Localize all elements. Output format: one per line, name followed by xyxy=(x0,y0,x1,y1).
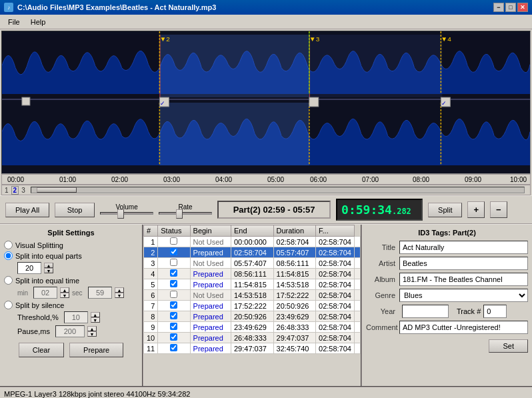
sec-up[interactable]: ▲ xyxy=(115,287,124,293)
time-mark-5: 05:00 xyxy=(267,176,284,183)
scroll-marker-2[interactable]: 2 xyxy=(11,186,19,195)
min-value-input[interactable] xyxy=(33,287,57,299)
table-row[interactable]: 6 Not Used 14:53:518 17:52:222 02:58:704 xyxy=(144,290,361,301)
table-row[interactable]: 1 Not Used 00:00:000 02:58:704 02:58:704 xyxy=(144,237,361,247)
rate-slider-thumb[interactable] xyxy=(176,209,183,219)
scrollbar-thumb[interactable] xyxy=(37,187,77,193)
visual-splitting-radio[interactable] xyxy=(4,241,13,249)
id3-year-input[interactable] xyxy=(402,305,449,318)
cell-checkbox[interactable] xyxy=(158,343,190,354)
id3-comment-input[interactable] xyxy=(399,321,528,334)
row-checkbox[interactable] xyxy=(170,237,177,245)
cell-checkbox[interactable] xyxy=(158,258,190,269)
menu-help[interactable]: Help xyxy=(25,17,51,27)
menu-file[interactable]: File xyxy=(3,17,25,27)
parts-down[interactable]: ▼ xyxy=(44,268,53,273)
table-row[interactable]: 7 Prepared 17:52:222 20:50:926 02:58:704 xyxy=(144,301,361,311)
table-row[interactable]: 11 Prepared 29:47:037 32:45:740 02:58:70… xyxy=(144,343,361,354)
prepare-button[interactable]: Prepare xyxy=(69,343,123,357)
threshold-up[interactable]: ▲ xyxy=(91,312,100,317)
id3-panel-title: ID3 Tags: Part(2) xyxy=(366,229,528,237)
sec-value-input[interactable] xyxy=(88,287,112,299)
time-mark-1: 01:00 xyxy=(59,176,76,183)
minimize-button[interactable]: − xyxy=(493,3,504,12)
cell-checkbox[interactable] xyxy=(158,311,190,322)
row-checkbox[interactable] xyxy=(170,301,177,309)
equal-parts-radio[interactable] xyxy=(4,251,13,260)
rate-slider-track[interactable] xyxy=(159,212,212,215)
id3-set-button[interactable]: Set xyxy=(489,339,528,353)
maximize-button[interactable]: □ xyxy=(505,3,516,12)
col-num: # xyxy=(144,225,158,237)
row-checkbox[interactable] xyxy=(170,291,177,298)
cell-num: 5 xyxy=(144,279,158,290)
cell-checkbox[interactable] xyxy=(158,269,190,279)
min-down[interactable]: ▼ xyxy=(60,293,69,298)
row-checkbox[interactable] xyxy=(170,259,177,266)
cell-num: 4 xyxy=(144,269,158,279)
play-all-button[interactable]: Play All xyxy=(5,203,49,217)
row-checkbox[interactable] xyxy=(170,344,177,351)
id3-title-row: Title xyxy=(366,241,528,254)
table-row[interactable]: 8 Prepared 20:50:926 23:49:629 02:58:704 xyxy=(144,311,361,322)
cell-checkbox[interactable] xyxy=(158,301,190,311)
table-row[interactable]: 9 Prepared 23:49:629 26:48:333 02:58:704 xyxy=(144,322,361,333)
stop-button[interactable]: Stop xyxy=(55,203,95,217)
plus-button[interactable]: + xyxy=(467,201,485,218)
row-checkbox[interactable] xyxy=(170,269,177,277)
cell-checkbox[interactable] xyxy=(158,279,190,290)
cell-duration: 02:58:704 xyxy=(316,322,355,333)
time-mark-3: 03:00 xyxy=(163,176,180,183)
parts-up[interactable]: ▲ xyxy=(44,263,53,268)
cell-flag xyxy=(355,237,361,247)
threshold-down[interactable]: ▼ xyxy=(91,317,100,323)
equal-parts-value[interactable]: 20 xyxy=(17,262,41,274)
cell-end: 14:53:518 xyxy=(273,279,316,290)
svg-text:✓: ✓ xyxy=(160,100,165,107)
threshold-input[interactable] xyxy=(64,311,88,323)
table-row[interactable]: 5 Prepared 11:54:815 14:53:518 02:58:704 xyxy=(144,279,361,290)
table-scroll-container[interactable]: # Status Begin End Duration F... 1 Not U… xyxy=(143,225,361,386)
row-checkbox[interactable] xyxy=(170,248,177,255)
cell-num: 2 xyxy=(144,247,158,258)
id3-track-input[interactable] xyxy=(483,305,507,318)
id3-album-input[interactable] xyxy=(399,273,528,286)
cell-checkbox[interactable] xyxy=(158,237,190,247)
cell-num: 10 xyxy=(144,333,158,343)
table-row[interactable]: 4 Prepared 08:56:111 11:54:815 02:58:704 xyxy=(144,269,361,279)
row-checkbox[interactable] xyxy=(170,333,177,341)
cell-checkbox[interactable] xyxy=(158,247,190,258)
cell-checkbox[interactable] xyxy=(158,322,190,333)
time-mark-0: 00:00 xyxy=(7,176,24,183)
table-row[interactable]: 3 Not Used 05:57:407 08:56:111 02:58:704 xyxy=(144,258,361,269)
row-checkbox[interactable] xyxy=(170,312,177,319)
table-row[interactable]: 2 Prepared 02:58:704 05:57:407 02:58:704 xyxy=(144,247,361,258)
split-button[interactable]: Split xyxy=(428,203,462,217)
pause-down[interactable]: ▼ xyxy=(87,331,97,337)
id3-genre-label: Genre xyxy=(366,291,399,299)
clear-button[interactable]: Clear xyxy=(19,343,64,357)
pause-input[interactable] xyxy=(55,325,85,337)
volume-slider-track[interactable] xyxy=(100,212,153,215)
pause-up[interactable]: ▲ xyxy=(87,326,97,331)
row-checkbox[interactable] xyxy=(170,323,177,330)
sec-down[interactable]: ▼ xyxy=(115,293,124,298)
cell-checkbox[interactable] xyxy=(158,333,190,343)
minus-button[interactable]: − xyxy=(490,201,507,218)
cell-checkbox[interactable] xyxy=(158,290,190,301)
min-up[interactable]: ▲ xyxy=(60,287,69,293)
volume-slider-thumb[interactable] xyxy=(117,209,124,219)
equal-time-radio[interactable] xyxy=(4,276,13,285)
id3-title-input[interactable] xyxy=(399,241,528,254)
table-row[interactable]: 10 Prepared 26:48:333 29:47:037 02:58:70… xyxy=(144,333,361,343)
col-begin: Begin xyxy=(190,225,231,237)
cell-end: 08:56:111 xyxy=(273,258,316,269)
close-button[interactable]: ✕ xyxy=(517,3,528,12)
horizontal-scrollbar[interactable] xyxy=(31,187,525,193)
id3-artist-input[interactable] xyxy=(399,257,528,270)
silence-radio[interactable] xyxy=(4,301,13,309)
id3-genre-select[interactable]: Blues Rock Pop Country xyxy=(399,289,528,302)
cell-end: 17:52:222 xyxy=(273,290,316,301)
cell-status: Prepared xyxy=(190,247,231,258)
row-checkbox[interactable] xyxy=(170,280,177,287)
